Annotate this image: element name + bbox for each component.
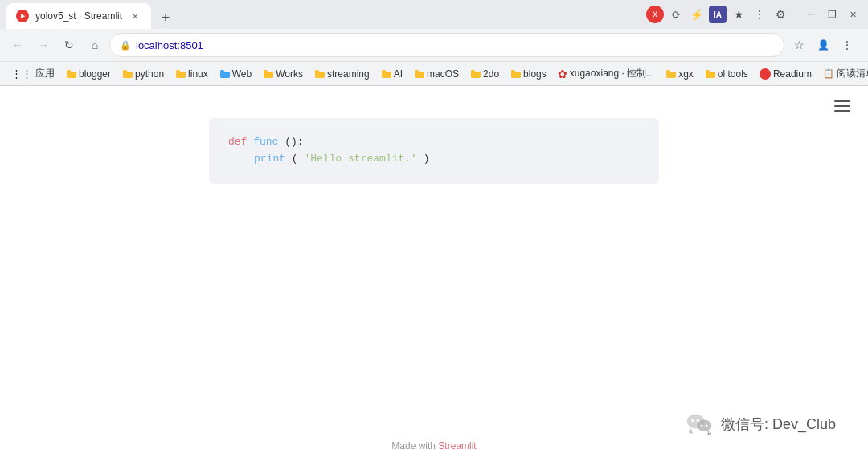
folder-icon (122, 69, 133, 78)
code-line-2: print ( 'Hello streamlit.' ) (254, 151, 640, 168)
apps-shortcut[interactable]: ⋮⋮ 应用 (6, 65, 59, 82)
bm-macos-label: macOS (427, 68, 459, 80)
profile-button[interactable]: 👤 (812, 34, 834, 56)
settings-extension-icon[interactable]: ⚙ (772, 6, 789, 23)
bm-blogs-label: blogs (523, 68, 547, 80)
bm-works-label: Works (276, 68, 303, 80)
bm-reading-list[interactable]: 📋 阅读清单 (818, 65, 868, 82)
cast-icon[interactable]: ⟳ (667, 6, 685, 23)
svg-point-2 (696, 419, 699, 423)
bm-streaming[interactable]: streaming (309, 67, 375, 81)
bm-2do[interactable]: 2do (465, 67, 504, 81)
forward-button[interactable]: → (32, 34, 55, 56)
address-right-icons: ☆ 👤 ⋮ (788, 34, 858, 56)
footer-text: Made with (391, 440, 436, 452)
bm-blogger[interactable]: blogger (61, 67, 116, 81)
bm-xugaoxiang[interactable]: ✿ xugaoxiang · 控制... (553, 65, 659, 82)
bm-python-label: python (135, 68, 164, 80)
bm-macos[interactable]: macOS (409, 67, 464, 81)
svg-point-3 (697, 420, 711, 431)
xugaoxiang-icon: ✿ (558, 67, 567, 80)
star-extension-icon[interactable]: ★ (730, 6, 747, 23)
minimize-button[interactable]: − (802, 6, 820, 23)
close-button[interactable]: ✕ (844, 6, 862, 23)
bm-web-label: Web (232, 68, 252, 80)
wechat-icon (686, 410, 714, 439)
bm-ai-label: AI (394, 68, 403, 80)
bm-linux-label: linux (188, 68, 208, 80)
bm-2do-label: 2do (483, 68, 499, 80)
bm-python[interactable]: python (117, 67, 169, 81)
apps-grid-icon: ⋮⋮ (11, 67, 32, 80)
folder-icon (470, 69, 481, 78)
extension-icon[interactable]: ⚡ (688, 6, 706, 23)
reload-button[interactable]: ↻ (58, 34, 80, 56)
paren-open2: ( (292, 153, 298, 165)
folder-icon (219, 69, 230, 78)
function-name: func (253, 136, 278, 148)
svg-point-1 (691, 419, 694, 423)
bm-web[interactable]: Web (215, 67, 256, 81)
profile-icon[interactable]: X (646, 6, 664, 23)
folder-icon (66, 69, 76, 78)
bm-linux[interactable]: linux (170, 67, 213, 81)
hamburger-line (834, 110, 850, 112)
address-input[interactable]: 🔒 localhost:8501 (109, 33, 784, 57)
svg-point-4 (700, 424, 702, 427)
url-text: localhost:8501 (136, 39, 203, 51)
paren-open: (): (285, 136, 303, 148)
bm-oltools[interactable]: ol tools (700, 67, 753, 81)
folder-icon (414, 69, 424, 78)
bm-blogs[interactable]: blogs (506, 67, 551, 81)
bm-streaming-label: streaming (327, 68, 370, 80)
bookmark-star-button[interactable]: ☆ (788, 34, 810, 56)
home-button[interactable]: ⌂ (84, 34, 106, 56)
tab-title: yolov5_st · Streamlit (35, 10, 122, 22)
apps-label: 应用 (35, 67, 55, 80)
watermark: 微信号: Dev_Club (686, 410, 836, 439)
print-func: print (254, 153, 285, 165)
readium-icon (760, 68, 771, 80)
folder-icon (381, 69, 391, 78)
code-block: def func (): print ( 'Hello streamlit.' … (209, 118, 659, 184)
ia-extension-icon[interactable]: IA (709, 6, 727, 23)
folder-icon (510, 69, 521, 78)
bm-oltools-label: ol tools (718, 68, 748, 80)
bookmarks-right: 📋 阅读清单 (818, 65, 868, 82)
address-bar-row: ← → ↻ ⌂ 🔒 localhost:8501 ☆ 👤 ⋮ (0, 29, 868, 61)
chrome-menu-button[interactable]: ⋮ (836, 34, 858, 56)
bm-xugaoxiang-label: xugaoxiang · 控制... (570, 67, 654, 80)
bm-readium[interactable]: Readium (755, 67, 817, 81)
folder-icon (665, 69, 676, 78)
bm-xgx-label: xgx (678, 68, 694, 80)
bm-xgx[interactable]: xgx (661, 67, 698, 81)
folder-icon (314, 69, 325, 78)
window-controls: X ⟳ ⚡ IA ★ ⋮ ⚙ − ❐ ✕ (646, 6, 862, 23)
menu-extension-icon[interactable]: ⋮ (751, 6, 768, 23)
new-tab-button[interactable]: + (154, 6, 177, 29)
active-tab[interactable]: yolov5_st · Streamlit ✕ (6, 3, 151, 29)
keyword-def: def (228, 136, 247, 148)
folder-icon (263, 69, 273, 78)
string-val: 'Hello streamlit.' (304, 153, 416, 165)
page-content: def func (): print ( 'Hello streamlit.' … (0, 86, 868, 462)
watermark-text: 微信号: Dev_Club (721, 415, 836, 434)
hamburger-line (834, 105, 850, 107)
page-footer: Made with Streamlit (391, 440, 476, 452)
code-line-1: def func (): (228, 134, 640, 151)
tab-close-button[interactable]: ✕ (129, 10, 141, 22)
lock-icon: 🔒 (120, 40, 131, 51)
streamlit-link[interactable]: Streamlit (438, 440, 476, 452)
tab-favicon-icon (16, 10, 29, 22)
tab-bar: yolov5_st · Streamlit ✕ + X ⟳ ⚡ IA ★ ⋮ ⚙… (0, 0, 868, 29)
back-button[interactable]: ← (6, 34, 29, 56)
hamburger-menu-button[interactable] (829, 96, 855, 117)
browser-chrome: yolov5_st · Streamlit ✕ + X ⟳ ⚡ IA ★ ⋮ ⚙… (0, 0, 868, 86)
bm-blogger-label: blogger (79, 68, 111, 80)
bm-ai[interactable]: AI (376, 67, 407, 81)
maximize-button[interactable]: ❐ (823, 6, 841, 23)
folder-icon (175, 69, 186, 78)
bm-works[interactable]: Works (258, 67, 308, 81)
reading-list-icon: 📋 (823, 68, 834, 79)
hamburger-line (834, 100, 850, 102)
